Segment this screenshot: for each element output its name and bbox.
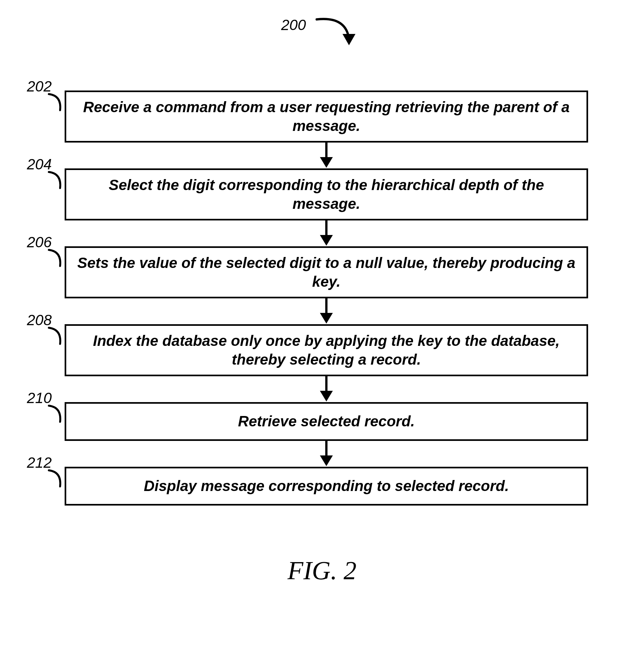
svg-marker-0 (343, 34, 355, 45)
step-box: Receive a command from a user requesting… (65, 91, 588, 143)
step-box: Sets the value of the selected digit to … (65, 246, 588, 298)
step-box: Index the database only once by applying… (65, 324, 588, 376)
arrow-down (65, 298, 588, 324)
arrow-down (65, 441, 588, 467)
step-row: 208 Index the database only once by appl… (65, 324, 620, 376)
step-box: Retrieve selected record. (65, 402, 588, 441)
step-row: 206 Sets the value of the selected digit… (65, 246, 620, 298)
arrow-down (65, 220, 588, 246)
step-box: Display message corresponding to selecte… (65, 467, 588, 505)
svg-marker-2 (320, 157, 333, 168)
diagram-ref-number: 200 (281, 16, 306, 34)
svg-marker-4 (320, 235, 333, 246)
diagram-ref-arrow (310, 13, 362, 60)
step-row: 212 Display message corresponding to sel… (65, 467, 620, 505)
step-box: Select the digit corresponding to the hi… (65, 168, 588, 220)
svg-marker-10 (320, 456, 333, 466)
step-row: 204 Select the digit corresponding to th… (65, 168, 620, 220)
svg-marker-6 (320, 313, 333, 323)
svg-marker-8 (320, 391, 333, 401)
step-row: 210 Retrieve selected record. (65, 402, 620, 441)
arrow-down (65, 376, 588, 402)
figure-label: FIG. 2 (0, 556, 644, 585)
flow-column: 202 Receive a command from a user reques… (65, 91, 620, 505)
flowchart-canvas: 200 202 Receive a command from a user re… (0, 0, 644, 651)
arrow-down (65, 143, 588, 168)
step-row: 202 Receive a command from a user reques… (65, 91, 620, 143)
